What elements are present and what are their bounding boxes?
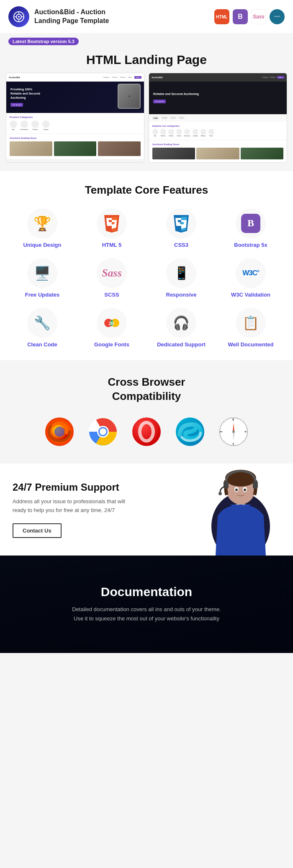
edge-browser-icon bbox=[173, 415, 207, 448]
wave-badge: 〰 bbox=[270, 9, 285, 24]
feature-scss: Sass SCSS bbox=[82, 258, 141, 298]
dedicated-support-label: Dedicated Support bbox=[157, 341, 206, 348]
support-section: 24/7 Premium Support Address all your is… bbox=[0, 463, 293, 556]
svg-text:W: W bbox=[220, 430, 222, 433]
feature-responsive: 📱 Responsive bbox=[152, 258, 211, 298]
browser-grid: N S W E bbox=[13, 415, 280, 448]
preview-logo-2: Brand bbox=[161, 116, 168, 119]
svg-text:N: N bbox=[232, 418, 234, 421]
scss-icon: Sass bbox=[102, 267, 122, 279]
svg-rect-54 bbox=[253, 481, 258, 489]
docs-description: Detailed documentation covers all ins an… bbox=[72, 605, 221, 623]
preview-right: AuctionBid Category Products Sign in Rel… bbox=[149, 73, 287, 163]
clean-code-icon-wrap: 🔧 bbox=[27, 308, 57, 338]
preview-logo-3: Corp bbox=[170, 116, 176, 119]
preview-right-nav1: Category bbox=[262, 77, 268, 78]
feature-clean-code: 🔧 Clean Code bbox=[13, 308, 72, 348]
logo-circle bbox=[8, 6, 29, 27]
free-updates-icon-wrap: 🖥️ bbox=[27, 258, 57, 288]
google-fonts-svg-icon: 2B bbox=[103, 314, 121, 332]
sass-badge: Sass bbox=[251, 9, 266, 24]
docs-section: Documentation Detailed documentation cov… bbox=[0, 556, 293, 653]
preview-logo-4: Logo bbox=[178, 116, 185, 119]
opera-svg bbox=[132, 417, 161, 446]
svg-rect-53 bbox=[224, 481, 229, 489]
scss-label: SCSS bbox=[104, 292, 119, 298]
css3-icon-wrap bbox=[166, 208, 196, 238]
preview-nav-link: Category bbox=[103, 77, 109, 78]
preview-right-auc1 bbox=[152, 148, 195, 159]
svg-point-20 bbox=[54, 427, 64, 437]
svg-point-2 bbox=[18, 16, 20, 18]
w3c-label: W3C Validation bbox=[231, 292, 270, 298]
header-title: Auction&Bid - Auction Landing Page Templ… bbox=[34, 8, 109, 26]
preview-right-cat7: Watches bbox=[200, 129, 206, 137]
preview-right-cat3: Vehicles bbox=[168, 129, 174, 137]
css3-svg-icon bbox=[172, 214, 190, 233]
unique-design-icon-wrap: 🏆 bbox=[27, 208, 57, 238]
support-description: Address all your issue to professionals … bbox=[13, 497, 130, 515]
preview-nav-link2: Products bbox=[112, 77, 118, 78]
svg-marker-10 bbox=[112, 220, 117, 229]
safari-browser-icon: N S W E bbox=[217, 415, 250, 448]
preview-right-hero-text: Reliable and Secured Auctioning bbox=[153, 92, 283, 96]
feature-free-updates: 🖥️ Free Updates bbox=[13, 258, 72, 298]
preview-nav-link3: Features bbox=[120, 77, 126, 78]
preview-left: AuctionBid Category Products Features Ne… bbox=[6, 73, 144, 163]
preview-phone-mockup: 📱 bbox=[118, 84, 141, 109]
svg-point-24 bbox=[100, 428, 106, 435]
support-person-figure bbox=[193, 463, 289, 556]
preview-auc-card3 bbox=[98, 141, 141, 156]
html5-svg-icon bbox=[103, 214, 121, 233]
preview-right-logo: AuctionBid bbox=[152, 76, 163, 79]
w3c-icon-wrap: W3C® bbox=[236, 258, 266, 288]
support-title: 24/7 Premium Support bbox=[13, 481, 130, 493]
preview-right-auctions-title: Auctions Ending Soon bbox=[152, 143, 283, 146]
preview-nav-btn: Sign in bbox=[134, 76, 141, 79]
header: Auction&Bid - Auction Landing Page Templ… bbox=[0, 0, 293, 34]
preview-left-hero-badge: Get Started bbox=[10, 103, 23, 107]
google-fonts-label: Google Fonts bbox=[94, 341, 129, 348]
html5-label: HTML 5 bbox=[102, 242, 122, 248]
feature-google-fonts: 2B Google Fonts bbox=[82, 308, 141, 348]
preview-cat-vehicles: Vehicles bbox=[31, 120, 39, 131]
well-documented-label: Well Documented bbox=[228, 341, 274, 348]
preview-left-hero-text: Providing 100%Reliable and SecuredAuctio… bbox=[10, 87, 57, 100]
preview-area: AuctionBid Category Products Features Ne… bbox=[0, 73, 293, 171]
well-documented-icon-wrap: 📋 bbox=[236, 308, 266, 338]
feature-html5: HTML 5 bbox=[82, 208, 141, 248]
opera-browser-icon bbox=[130, 415, 163, 448]
preview-cat-arts: Arts bbox=[10, 120, 17, 131]
w3c-icon: W3C® bbox=[242, 269, 259, 277]
docs-title: Documentation bbox=[101, 585, 192, 599]
preview-right-explore-title: Explore our categories bbox=[152, 125, 283, 127]
scss-icon-wrap: Sass bbox=[97, 258, 127, 288]
feature-w3c: W3C® W3C Validation bbox=[221, 258, 280, 298]
css3-label: CSS3 bbox=[174, 242, 188, 248]
preview-right-auc3 bbox=[241, 148, 283, 159]
feature-unique-design: 🏆 Unique Design bbox=[13, 208, 72, 248]
contact-us-button[interactable]: Contact Us bbox=[13, 523, 62, 538]
unique-design-label: Unique Design bbox=[23, 242, 61, 248]
logo-icon bbox=[13, 11, 25, 23]
preview-right-nav2: Products bbox=[270, 77, 275, 78]
preview-auc-card2 bbox=[54, 141, 97, 156]
preview-left-logo: AuctionBid bbox=[9, 76, 20, 79]
preview-cat-realestate: Real Estate bbox=[21, 120, 28, 131]
svg-point-48 bbox=[225, 470, 256, 486]
bootstrap-icon-wrap: B bbox=[236, 208, 266, 238]
browser-section: Cross BrowserCompatibility bbox=[0, 360, 293, 464]
bootstrap-label: Bootstrap 5x bbox=[234, 242, 267, 248]
support-text: 24/7 Premium Support Address all your is… bbox=[13, 481, 130, 538]
preview-right-hero-badge: Get Started bbox=[153, 100, 166, 103]
preview-right-btn: Sign in bbox=[277, 76, 284, 79]
svg-point-51 bbox=[235, 489, 238, 491]
browser-title: Cross BrowserCompatibility bbox=[13, 375, 280, 404]
preview-cat-fashion: Fashion bbox=[42, 120, 50, 131]
feature-dedicated-support: 🎧 Dedicated Support bbox=[152, 308, 211, 348]
edge-svg bbox=[175, 417, 205, 446]
preview-right-cat4: Fashion bbox=[176, 129, 182, 137]
preview-auc-card1 bbox=[10, 141, 52, 156]
features-grid: 🏆 Unique Design HTML 5 bbox=[13, 208, 280, 348]
preview-right-cat6: Jewellery bbox=[193, 129, 198, 137]
